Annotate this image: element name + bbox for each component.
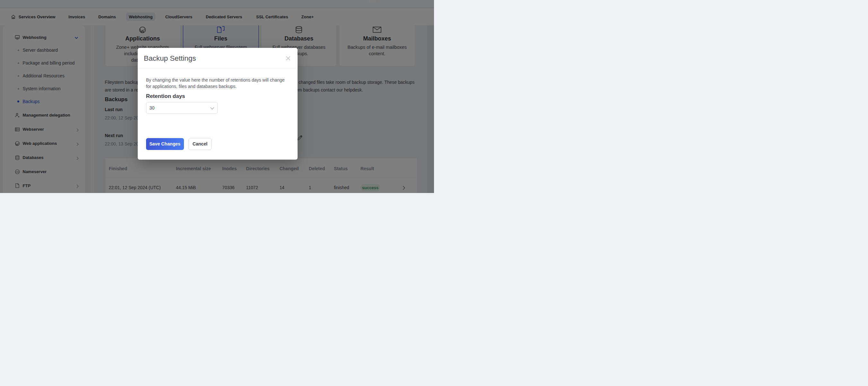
backup-settings-modal: Backup Settings By changing the value he… xyxy=(138,48,298,159)
close-icon[interactable] xyxy=(286,56,290,61)
modal-title: Backup Settings xyxy=(144,54,196,63)
modal-header: Backup Settings xyxy=(138,48,298,68)
cancel-button[interactable]: Cancel xyxy=(188,138,212,150)
modal-description: By changing the value here the number of… xyxy=(146,77,294,89)
page: Services Overview Invoices Domains Webho… xyxy=(0,0,434,193)
select-value: 30 xyxy=(150,102,155,114)
retention-days-label: Retention days xyxy=(146,93,185,99)
chevron-down-icon xyxy=(210,107,214,110)
save-changes-button[interactable]: Save Changes xyxy=(146,138,184,150)
retention-days-select[interactable]: 30 xyxy=(146,102,218,114)
